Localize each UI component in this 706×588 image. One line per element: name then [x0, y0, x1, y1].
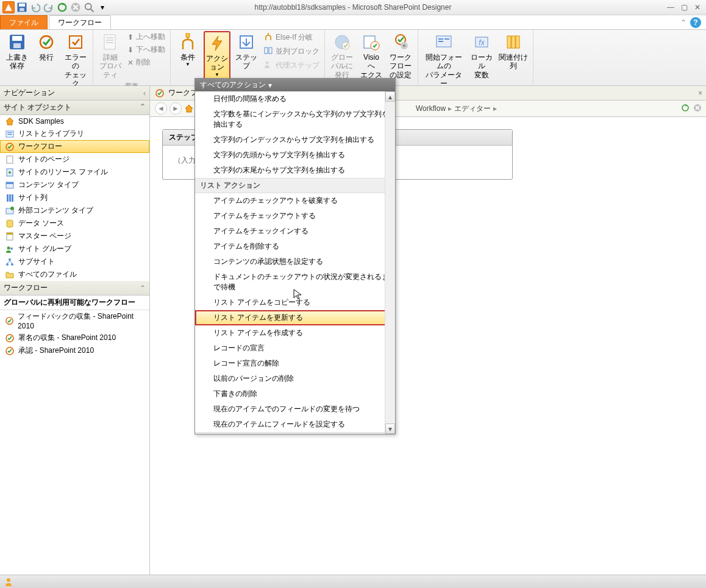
- nav-item-lists[interactable]: リストとライブラリ: [0, 127, 149, 140]
- arrow-up-icon: ⬆: [127, 33, 134, 41]
- dropdown-scrollbar[interactable]: ▴ ▾: [385, 91, 395, 434]
- group-icon: [5, 244, 15, 254]
- action-item[interactable]: アイテムのチェックアウトを破棄する: [195, 193, 395, 208]
- action-item[interactable]: アイテムをチェックアウトする: [195, 208, 395, 224]
- subsites-icon: [5, 257, 15, 267]
- action-item[interactable]: リスト アイテムをコピーする: [195, 295, 395, 310]
- stop-icon[interactable]: [693, 103, 702, 115]
- action-item[interactable]: アイテムを削除する: [195, 239, 395, 254]
- nav-item-pages[interactable]: サイトのページ: [0, 153, 149, 166]
- svg-point-9: [40, 36, 52, 48]
- redo-icon[interactable]: [43, 1, 55, 13]
- save-icon[interactable]: [16, 1, 28, 13]
- svg-rect-52: [7, 233, 13, 235]
- wf-collapse-icon[interactable]: ⌃: [140, 284, 146, 292]
- nav-item-sdk-samples[interactable]: SDK Samples: [0, 115, 149, 127]
- workflow-settings-button[interactable]: ワークフロー の設定: [387, 31, 414, 80]
- wf-item-approval[interactable]: 承認 - SharePoint 2010: [0, 344, 149, 357]
- workflow-tab[interactable]: ワークフロー: [49, 15, 111, 29]
- nav-item-external-ct[interactable]: 外部コンテンツ タイプ: [0, 204, 149, 217]
- save-button[interactable]: 上書き 保存: [4, 31, 30, 72]
- action-item[interactable]: リスト アイテムを作成する: [195, 325, 395, 341]
- preview-icon[interactable]: [83, 1, 95, 13]
- crumb-arrow-icon: ▸: [493, 104, 497, 113]
- svg-rect-37: [7, 132, 12, 133]
- nav-item-master-pages[interactable]: マスター ページ: [0, 230, 149, 243]
- action-item[interactable]: 現在のアイテムでのフィールドの変更を待つ: [195, 402, 395, 417]
- file-tab[interactable]: ファイル: [0, 15, 48, 29]
- wf-panel-header: ワークフロー: [4, 283, 48, 293]
- dropdown-header[interactable]: すべてのアクション ▾: [195, 79, 395, 91]
- refresh-icon[interactable]: [56, 1, 68, 13]
- assoc-columns-button[interactable]: 関連付け列: [497, 31, 529, 72]
- action-item[interactable]: コンテンツの承認状態を設定する: [195, 254, 395, 269]
- wf-item-signature[interactable]: 署名の収集 - SharePoint 2010: [0, 331, 149, 344]
- maximize-icon[interactable]: ▢: [679, 3, 689, 12]
- svg-rect-17: [265, 48, 268, 54]
- action-item-update-list-item[interactable]: リスト アイテムを更新する: [195, 310, 395, 325]
- nav-item-workflows[interactable]: ワークフロー: [0, 140, 149, 153]
- navigation-pane: ナビゲーション‹ サイト オブジェクト ⌃ SDK Samples リストとライ…: [0, 86, 150, 575]
- nav-item-content-types[interactable]: コンテンツ タイプ: [0, 179, 149, 191]
- nav-item-data-sources[interactable]: データ ソース: [0, 217, 149, 230]
- stop-icon[interactable]: [70, 1, 82, 13]
- action-item[interactable]: ドキュメントのチェックアウトの状況が変更されるまで待機: [195, 269, 395, 295]
- action-item[interactable]: 日付間の間隔を求める: [195, 91, 395, 107]
- svg-point-54: [10, 247, 13, 250]
- scroll-down-icon[interactable]: ▾: [385, 423, 395, 434]
- workflow-icon: [5, 333, 15, 343]
- crumb-editor[interactable]: エディター: [454, 104, 491, 114]
- nav-back-icon[interactable]: ◄: [155, 102, 167, 115]
- publish-button[interactable]: 発行: [33, 31, 60, 63]
- action-item[interactable]: アイテムをチェックインする: [195, 224, 395, 239]
- parallel-block-button[interactable]: 並列ブロック: [262, 45, 321, 58]
- help-icon[interactable]: ?: [690, 17, 701, 28]
- nav-item-all-files[interactable]: すべてのファイル: [0, 268, 149, 281]
- site-objects-header[interactable]: サイト オブジェクト ⌃: [0, 101, 149, 115]
- undo-icon[interactable]: [29, 1, 41, 13]
- action-category-list: リスト アクション: [195, 178, 395, 193]
- start-form-params-button[interactable]: 開始フォームの パラメーター: [422, 31, 466, 90]
- nav-forward-icon[interactable]: ►: [169, 102, 182, 115]
- action-item[interactable]: 文字列のインデックスからサブ文字列を抽出する: [195, 132, 395, 147]
- action-item[interactable]: 下書きの削除: [195, 386, 395, 402]
- svg-rect-28: [438, 38, 443, 40]
- refresh-icon[interactable]: [680, 103, 690, 115]
- tab-close-icon[interactable]: ×: [698, 89, 702, 97]
- action-item[interactable]: 文字数を基にインデックスから文字列のサブ文字列を抽出する: [195, 107, 395, 132]
- svg-rect-12: [106, 37, 113, 38]
- nav-item-groups[interactable]: サイト グループ: [0, 243, 149, 255]
- action-item[interactable]: 以前のバージョンの削除: [195, 371, 395, 386]
- delegate-step-button[interactable]: 代理ステップ: [262, 59, 321, 72]
- minimize-ribbon-icon[interactable]: ⌃: [680, 18, 686, 27]
- svg-rect-47: [12, 194, 13, 202]
- status-user-icon[interactable]: [4, 577, 13, 587]
- local-vars-button[interactable]: fxローカル 変数: [468, 31, 495, 80]
- action-item[interactable]: レコード宣言の解除: [195, 356, 395, 371]
- nav-item-subsites[interactable]: サブサイト: [0, 255, 149, 268]
- collapse-icon[interactable]: ‹: [143, 89, 146, 97]
- action-item[interactable]: 文字列の先頭からサブ文字列を抽出する: [195, 147, 395, 163]
- qat-customize-icon[interactable]: ▾: [96, 1, 109, 13]
- app-logo[interactable]: [2, 1, 15, 13]
- action-item[interactable]: レコードの宣言: [195, 341, 395, 356]
- page-icon: [5, 155, 15, 165]
- action-button[interactable]: アクション▼: [204, 31, 230, 80]
- svg-rect-34: [512, 36, 515, 48]
- close-icon[interactable]: ✕: [693, 3, 702, 12]
- step-button[interactable]: ステップ: [233, 31, 260, 72]
- error-check-button[interactable]: エラーの チェック: [62, 31, 89, 90]
- crumb-workflow[interactable]: Workflow: [416, 104, 446, 113]
- action-item[interactable]: 文字列の末尾からサブ文字列を抽出する: [195, 163, 395, 178]
- condition-button[interactable]: 条件▼: [174, 31, 201, 69]
- nav-item-resources[interactable]: サイトのリソース ファイル: [0, 166, 149, 179]
- wf-item-feedback[interactable]: フィードバックの収集 - SharePoint 2010: [0, 310, 149, 331]
- minimize-icon[interactable]: —: [666, 3, 676, 12]
- nav-item-columns[interactable]: サイト列: [0, 191, 149, 204]
- svg-point-42: [9, 171, 11, 174]
- svg-point-64: [7, 578, 10, 582]
- elseif-button[interactable]: Else-If 分岐: [262, 31, 321, 44]
- home-icon[interactable]: [184, 104, 194, 113]
- scroll-up-icon[interactable]: ▴: [385, 91, 395, 102]
- action-item[interactable]: 現在のアイテムにフィールドを設定する: [195, 417, 395, 432]
